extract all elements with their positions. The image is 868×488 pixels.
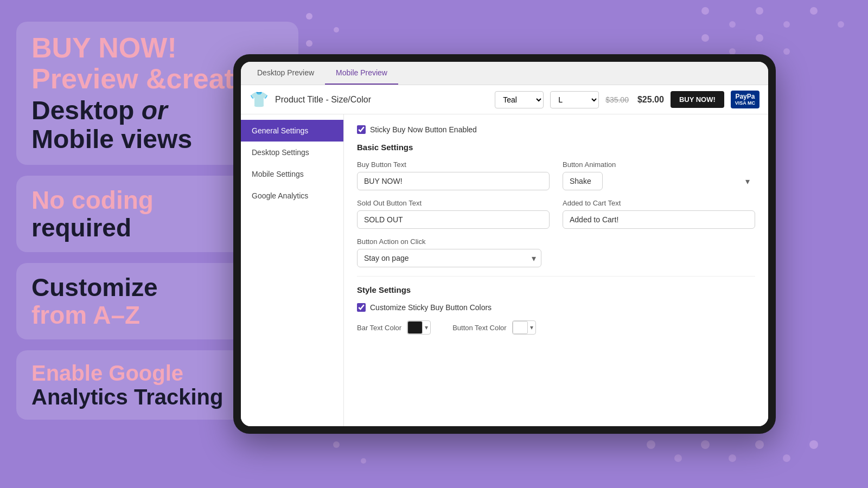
field-buy-button-text: Buy Button Text: [357, 160, 550, 190]
svg-point-7: [783, 21, 790, 28]
product-title: Product Title - Size/Color: [275, 95, 488, 105]
svg-point-5: [729, 21, 736, 28]
buy-now-button[interactable]: BUY NOW!: [671, 91, 724, 108]
sidebar-item-general[interactable]: General Settings: [241, 120, 343, 142]
settings-panel: Sticky Buy Now Button Enabled Basic Sett…: [344, 114, 768, 426]
tab-desktop-preview[interactable]: Desktop Preview: [246, 62, 325, 85]
bar-text-color-arrow: ▾: [423, 324, 430, 331]
buy-button-text-label: Buy Button Text: [357, 160, 550, 169]
svg-point-4: [701, 7, 709, 15]
variant-color-select[interactable]: Teal: [495, 91, 544, 108]
button-animation-select[interactable]: Shake Bounce Pulse None: [563, 172, 603, 190]
buy-button-text-input[interactable]: [357, 172, 550, 190]
variant-size-select[interactable]: L: [550, 91, 599, 108]
button-action-select[interactable]: Stay on page Go to cart Go to checkout: [357, 249, 541, 267]
paypal-badge: PayPa VISA MC: [731, 91, 760, 108]
svg-point-8: [810, 7, 818, 15]
svg-point-24: [809, 440, 818, 449]
shirt-icon: 👕: [250, 91, 269, 108]
paypal-sub: VISA MC: [735, 100, 755, 106]
card1-pink1: Preview &: [31, 63, 167, 94]
field-button-action: Button Action on Click Stay on page Go t…: [357, 237, 755, 267]
svg-point-21: [729, 454, 736, 462]
price-sale: $25.00: [637, 95, 664, 105]
tabs-row: Desktop Preview Mobile Preview: [241, 62, 768, 85]
button-text-color-group: Button Text Color ▾: [452, 320, 535, 335]
button-text-color-label: Button Text Color: [452, 324, 506, 332]
button-animation-label: Button Animation: [563, 160, 755, 169]
sticky-checkbox-row: Sticky Buy Now Button Enabled: [357, 125, 755, 134]
main-content: General Settings Desktop Settings Mobile…: [241, 114, 768, 426]
bar-text-color-label: Bar Text Color: [357, 324, 401, 332]
bar-text-color-picker[interactable]: ▾: [407, 320, 431, 335]
sticky-enabled-label: Sticky Buy Now Button Enabled: [370, 125, 477, 134]
button-text-color-arrow: ▾: [528, 324, 535, 331]
preview-bar: 👕 Product Title - Size/Color Teal L $35.…: [241, 85, 768, 114]
sold-out-label: Sold Out Button Text: [357, 199, 550, 207]
sidebar-item-desktop[interactable]: Desktop Settings: [241, 142, 343, 163]
svg-point-16: [333, 441, 340, 448]
price-original: $35.00: [605, 95, 629, 104]
tablet-wrapper: Desktop Preview Mobile Preview 👕 Product…: [233, 54, 776, 434]
button-text-color-swatch: [513, 321, 528, 334]
field-sold-out: Sold Out Button Text: [357, 199, 550, 229]
customize-colors-row: Customize Sticky Buy Button Colors: [357, 303, 755, 312]
svg-point-13: [783, 48, 790, 55]
svg-point-18: [647, 440, 655, 449]
button-animation-wrapper: Shake Bounce Pulse None: [563, 172, 755, 190]
sidebar-item-analytics[interactable]: Google Analytics: [241, 185, 343, 207]
button-text-color-picker[interactable]: ▾: [512, 320, 536, 335]
card1-dark1: Desktop: [31, 97, 142, 125]
field-added-to-cart: Added to Cart Text: [563, 199, 755, 229]
svg-point-6: [756, 7, 763, 15]
tablet-frame: Desktop Preview Mobile Preview 👕 Product…: [233, 54, 776, 434]
color-pickers-row: Bar Text Color ▾ Button Text Color: [357, 320, 755, 335]
sold-out-input[interactable]: [357, 210, 550, 229]
style-settings-title: Style Settings: [357, 285, 755, 294]
tab-mobile-preview[interactable]: Mobile Preview: [325, 62, 398, 85]
svg-point-10: [701, 34, 709, 42]
added-to-cart-input[interactable]: [563, 210, 755, 229]
sticky-enabled-checkbox[interactable]: [357, 125, 366, 134]
button-action-label: Button Action on Click: [357, 237, 755, 246]
settings-grid-basic: Buy Button Text Button Animation Shake B…: [357, 160, 755, 229]
bar-text-color-swatch: [407, 321, 423, 334]
paypal-text: PayPa: [735, 93, 755, 100]
settings-sidebar: General Settings Desktop Settings Mobile…: [241, 114, 344, 426]
svg-point-23: [783, 454, 790, 462]
customize-colors-checkbox[interactable]: [357, 303, 366, 312]
style-section: Style Settings Customize Sticky Buy Butt…: [357, 276, 755, 335]
sidebar-item-mobile[interactable]: Mobile Settings: [241, 163, 343, 185]
card1-italic: or: [142, 97, 168, 125]
field-button-animation: Button Animation Shake Bounce Pulse None: [563, 160, 755, 190]
card1-dark2: Mobile views: [31, 125, 192, 153]
svg-point-20: [701, 440, 710, 449]
bar-text-color-group: Bar Text Color ▾: [357, 320, 431, 335]
svg-point-22: [755, 440, 764, 449]
basic-settings-title: Basic Settings: [357, 143, 755, 152]
button-action-wrapper: Stay on page Go to cart Go to checkout: [357, 249, 541, 267]
svg-point-12: [756, 34, 763, 42]
svg-point-1: [334, 27, 339, 33]
svg-point-9: [838, 21, 844, 28]
customize-colors-label: Customize Sticky Buy Button Colors: [370, 303, 492, 312]
svg-point-17: [361, 458, 366, 464]
tablet-screen: Desktop Preview Mobile Preview 👕 Product…: [241, 62, 768, 426]
added-to-cart-label: Added to Cart Text: [563, 199, 755, 207]
svg-point-19: [674, 454, 682, 462]
